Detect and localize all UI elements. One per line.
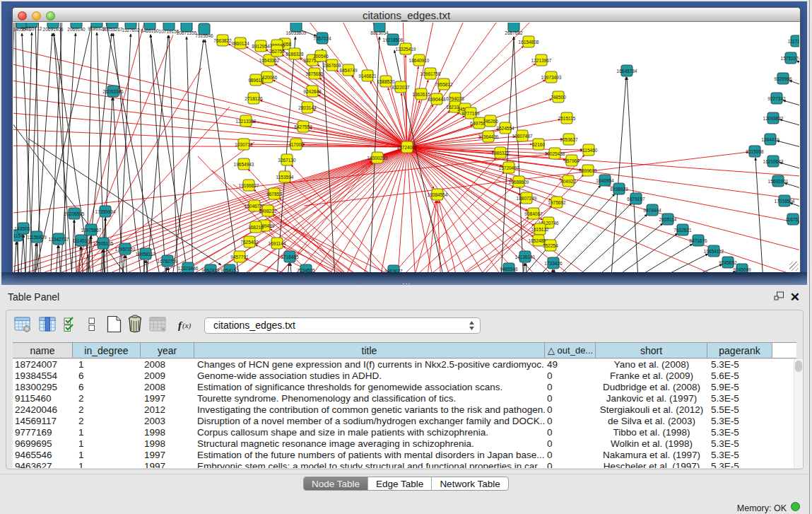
svg-text:9474444: 9474444 [643, 208, 661, 213]
svg-text:9457791: 9457791 [230, 255, 249, 259]
svg-text:14055712: 14055712 [22, 26, 42, 31]
svg-text:19166827: 19166827 [239, 183, 259, 188]
svg-text:12093822: 12093822 [763, 116, 784, 121]
svg-text:12342737: 12342737 [49, 237, 69, 242]
svg-text:11156829: 11156829 [27, 235, 47, 240]
svg-text:10975867: 10975867 [81, 228, 102, 233]
svg-text:3875685: 3875685 [305, 71, 324, 76]
svg-text:1615132: 1615132 [531, 227, 549, 232]
svg-text:10961758: 10961758 [420, 71, 441, 76]
svg-text:19218506: 19218506 [383, 37, 404, 42]
svg-text:16782759: 16782759 [158, 259, 178, 264]
svg-text:10807487: 10807487 [512, 134, 533, 139]
svg-text:3267130: 3267130 [278, 158, 296, 163]
svg-text:15720407: 15720407 [499, 165, 519, 170]
svg-text:16648784: 16648784 [617, 69, 637, 74]
svg-text:904923: 904923 [560, 179, 576, 184]
svg-text:9227342: 9227342 [767, 96, 786, 101]
svg-text:16033809: 16033809 [286, 30, 307, 35]
svg-text:1975692: 1975692 [548, 200, 566, 205]
svg-text:17359934: 17359934 [95, 209, 116, 214]
svg-text:7955812: 7955812 [435, 82, 453, 87]
svg-text:9245099: 9245099 [733, 267, 751, 272]
svg-text:7357224: 7357224 [313, 36, 331, 41]
svg-text:1153594: 1153594 [276, 175, 294, 180]
svg-text:15692901: 15692901 [768, 179, 789, 184]
svg-text:9052418: 9052418 [201, 268, 220, 273]
svg-text:1640954: 1640954 [596, 178, 614, 183]
svg-text:9329966: 9329966 [774, 76, 792, 81]
svg-text:989618: 989618 [248, 78, 264, 83]
svg-text:9084067: 9084067 [524, 211, 543, 216]
svg-text:8322037: 8322037 [392, 85, 410, 90]
svg-text:7986322: 7986322 [491, 151, 510, 156]
svg-text:9463627: 9463627 [384, 269, 403, 273]
svg-text:62160: 62160 [532, 142, 545, 147]
svg-text:9860124: 9860124 [231, 41, 249, 46]
svg-text:1435061: 1435061 [14, 226, 33, 231]
svg-text:9777169: 9777169 [461, 111, 480, 116]
svg-text:957964: 957964 [564, 158, 579, 163]
svg-text:10025438: 10025438 [545, 151, 565, 156]
svg-text:21364436: 21364436 [478, 134, 499, 139]
svg-text:7632621: 7632621 [673, 228, 692, 233]
svg-text:6466160: 6466160 [141, 28, 159, 33]
svg-text:1114519: 1114519 [73, 238, 90, 243]
svg-text:10958117: 10958117 [136, 252, 156, 257]
svg-text:9054152: 9054152 [220, 268, 239, 273]
svg-text:1117386: 1117386 [788, 39, 799, 44]
svg-text:3215958: 3215958 [746, 149, 764, 154]
svg-text:19384554: 19384554 [428, 192, 448, 197]
svg-text:15751074: 15751074 [781, 56, 799, 61]
svg-text:20206535: 20206535 [64, 211, 85, 216]
svg-text:10654112: 10654112 [704, 249, 724, 254]
svg-text:12323446: 12323446 [178, 266, 199, 271]
svg-text:18807249: 18807249 [517, 196, 537, 201]
svg-text:417006: 417006 [288, 142, 304, 147]
svg-text:10671355: 10671355 [177, 30, 197, 35]
svg-text:7663822: 7663822 [213, 38, 232, 43]
svg-text:20691406: 20691406 [43, 27, 64, 32]
svg-text:1527602: 1527602 [122, 28, 140, 33]
svg-text:8186328: 8186328 [286, 52, 304, 57]
svg-text:19654943: 19654943 [234, 162, 254, 167]
svg-text:17016504: 17016504 [775, 199, 795, 204]
svg-text:12505135: 12505135 [93, 241, 114, 246]
svg-text:3498222: 3498222 [259, 209, 277, 214]
svg-text:2867608: 2867608 [323, 63, 341, 68]
svg-text:6679197: 6679197 [627, 197, 645, 201]
svg-text:1733426: 1733426 [544, 261, 563, 266]
svg-text:9245652: 9245652 [719, 260, 737, 265]
svg-text:1030731: 1030731 [235, 142, 253, 147]
svg-text:9465546: 9465546 [500, 267, 518, 271]
svg-text:8427552: 8427552 [294, 124, 312, 129]
svg-text:7515115: 7515115 [558, 116, 576, 121]
svg-text:8912954: 8912954 [252, 44, 270, 49]
svg-text:8813054: 8813054 [370, 30, 389, 35]
svg-text:1691144: 1691144 [269, 241, 286, 246]
svg-text:16543362: 16543362 [259, 58, 280, 63]
svg-text:16154808: 16154808 [519, 40, 539, 45]
svg-text:3716485: 3716485 [281, 255, 299, 259]
svg-text:14136141: 14136141 [515, 255, 536, 259]
svg-text:9115460: 9115460 [580, 148, 598, 153]
svg-text:867853: 867853 [266, 192, 282, 197]
svg-text:17957253: 17957253 [115, 247, 136, 252]
svg-text:10688609: 10688609 [509, 180, 529, 185]
svg-text:6794028: 6794028 [446, 96, 464, 101]
svg-text:7625402: 7625402 [240, 240, 259, 245]
svg-text:8938923: 8938923 [610, 187, 628, 192]
svg-text:2718126: 2718126 [245, 96, 263, 101]
svg-text:1588520: 1588520 [377, 79, 395, 84]
svg-text:9053627: 9053627 [560, 137, 578, 142]
svg-text:3624554: 3624554 [496, 126, 514, 131]
svg-text:116753: 116753 [785, 217, 799, 222]
svg-text:7234505: 7234505 [297, 268, 315, 273]
svg-text:2687682: 2687682 [505, 30, 523, 35]
svg-text:168216: 168216 [248, 225, 264, 230]
svg-text:200546: 200546 [313, 54, 329, 59]
svg-text:10973493: 10973493 [541, 75, 562, 80]
svg-text:19300293: 19300293 [367, 156, 388, 160]
svg-text:9146821: 9146821 [358, 74, 377, 78]
svg-text:1362615: 1362615 [412, 92, 430, 97]
